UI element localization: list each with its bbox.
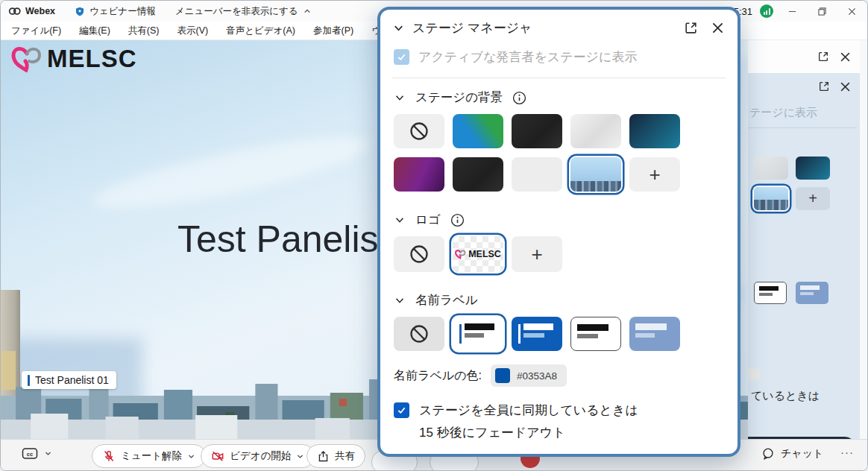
name-label-accent-bar bbox=[28, 375, 30, 386]
logo-thumb-melsc-selected[interactable]: MELSC bbox=[453, 236, 503, 272]
hide-menubar-button[interactable]: メニューバーを非表示にする bbox=[175, 5, 312, 18]
melsc-heart-icon bbox=[455, 249, 466, 259]
logo-thumb-none[interactable] bbox=[394, 236, 444, 272]
name-label-style-1-selected[interactable] bbox=[453, 317, 503, 351]
popout-icon[interactable] bbox=[684, 21, 698, 35]
name-label-style-4[interactable] bbox=[629, 317, 680, 351]
webinar-info-button[interactable]: ウェビナー情報 bbox=[75, 5, 156, 18]
bg-thumb-city-selected[interactable] bbox=[754, 187, 788, 210]
sync-fadeout-checkbox[interactable] bbox=[394, 402, 409, 418]
restore-button[interactable] bbox=[811, 2, 833, 20]
bg-thumb-blue-green[interactable] bbox=[453, 114, 503, 148]
bg-thumb-light[interactable] bbox=[512, 157, 562, 192]
captions-button[interactable]: cc bbox=[22, 447, 52, 460]
camera-off-icon bbox=[211, 449, 224, 463]
share-button[interactable]: 共有 bbox=[306, 444, 365, 468]
menu-audio-video[interactable]: 音声とビデオ(A) bbox=[226, 25, 295, 37]
background-thumbs-row2: + bbox=[380, 157, 738, 200]
bg-thumb-light-wave[interactable] bbox=[570, 114, 621, 148]
sync-line2: 15 秒後にフェードアウト bbox=[419, 426, 565, 440]
bg-thumb-city-selected[interactable] bbox=[570, 157, 621, 192]
bg-thumb-light[interactable] bbox=[754, 157, 788, 180]
menu-view[interactable]: 表示(V) bbox=[177, 25, 208, 37]
chevron-up-icon bbox=[303, 7, 312, 16]
add-logo-button[interactable]: + bbox=[512, 236, 562, 272]
docked-sync-partial: ているときは bbox=[751, 389, 820, 403]
unmute-button[interactable]: ミュート解除 bbox=[92, 444, 206, 468]
name-label-thumbs-row bbox=[380, 317, 738, 360]
bg-thumb-purple[interactable] bbox=[394, 157, 444, 192]
more-options-button[interactable]: ··· bbox=[840, 446, 854, 458]
menu-file[interactable]: ファイル(F) bbox=[11, 25, 61, 37]
stage-brand-logo: MELSC bbox=[11, 44, 137, 74]
popout-icon[interactable] bbox=[818, 80, 830, 92]
bg-thumb-black[interactable] bbox=[453, 157, 503, 192]
mic-off-icon bbox=[102, 449, 116, 463]
name-label-section-title: 名前ラベル bbox=[415, 292, 478, 309]
chat-button[interactable]: チャット bbox=[761, 447, 823, 461]
stage-manager-docked-panel: テージに表示 + ているときは ステージを全員に同期 bbox=[748, 73, 860, 439]
menu-edit[interactable]: 編集(E) bbox=[79, 25, 110, 37]
chevron-down-icon[interactable] bbox=[394, 294, 406, 306]
dialog-close-icon[interactable] bbox=[711, 22, 724, 34]
shield-icon bbox=[75, 6, 85, 17]
chat-bubble-icon bbox=[761, 447, 775, 461]
start-video-button[interactable]: ビデオの開始 bbox=[201, 444, 315, 468]
chevron-down-icon[interactable] bbox=[187, 452, 195, 461]
speaker-name-label: Test Panelist 01 bbox=[22, 371, 116, 389]
name-label-text: Test Panelist 01 bbox=[35, 374, 109, 386]
chevron-down-icon bbox=[44, 449, 52, 458]
melsc-heart-icon bbox=[11, 44, 43, 74]
popout-icon[interactable] bbox=[817, 51, 829, 63]
docked-active-speaker-partial: テージに表示 bbox=[748, 100, 860, 127]
side-panel-header bbox=[748, 40, 860, 73]
color-chip-fragment bbox=[748, 368, 760, 381]
webinar-info-label: ウェビナー情報 bbox=[89, 5, 156, 18]
name-label-style-3[interactable] bbox=[570, 317, 621, 351]
close-icon[interactable] bbox=[840, 81, 851, 92]
connection-quality-icon[interactable] bbox=[760, 4, 773, 18]
minimize-button[interactable] bbox=[781, 2, 803, 20]
name-label-none[interactable] bbox=[394, 317, 444, 351]
bg-thumb-none[interactable] bbox=[394, 114, 444, 148]
chevron-down-icon[interactable] bbox=[296, 452, 304, 461]
name-label-section-header: 名前ラベル bbox=[380, 281, 738, 317]
chevron-down-icon[interactable] bbox=[394, 214, 406, 226]
add-background-button[interactable]: + bbox=[629, 157, 680, 192]
sync-stage-button[interactable]: ステージを全員に同期 bbox=[748, 437, 855, 439]
add-background-button[interactable]: + bbox=[796, 187, 830, 210]
menu-participants[interactable]: 参加者(P) bbox=[313, 25, 353, 37]
active-speaker-checkbox-row: アクティブな発言者をステージに表示 bbox=[380, 41, 738, 76]
window-right-margin bbox=[860, 40, 868, 439]
sync-line1: ステージを全員に同期しているときは bbox=[419, 403, 638, 417]
name-label-color-label: 名前ラベルの色: bbox=[394, 368, 482, 384]
name-label-style-3[interactable] bbox=[754, 282, 787, 304]
info-icon[interactable] bbox=[512, 91, 526, 105]
menu-share[interactable]: 共有(S) bbox=[128, 25, 160, 37]
chevron-down-icon[interactable] bbox=[394, 92, 406, 104]
name-label-style-4[interactable] bbox=[796, 282, 828, 304]
chevron-down-icon[interactable] bbox=[392, 22, 405, 34]
name-label-style-2[interactable] bbox=[512, 317, 562, 351]
webex-logo-icon bbox=[8, 6, 21, 16]
bg-thumb-deepblue[interactable] bbox=[796, 157, 830, 180]
name-label-color-chip[interactable]: #0353A8 bbox=[491, 364, 567, 387]
active-speaker-checkbox[interactable] bbox=[394, 49, 409, 65]
share-label: 共有 bbox=[335, 449, 355, 463]
sync-fadeout-label: ステージを全員に同期しているときは 15 秒後にフェードアウト bbox=[419, 399, 638, 444]
logo-section-header: ロゴ bbox=[380, 200, 738, 236]
share-icon bbox=[317, 450, 330, 463]
speaker-name-text: Test Panelist bbox=[177, 218, 389, 261]
closed-captions-icon: cc bbox=[22, 447, 38, 460]
name-label-color-row: 名前ラベルの色: #0353A8 bbox=[380, 360, 738, 390]
bg-thumb-dark[interactable] bbox=[512, 114, 562, 148]
info-icon[interactable] bbox=[450, 213, 465, 227]
start-video-label: ビデオの開始 bbox=[230, 449, 291, 463]
docked-background-thumbs: + bbox=[748, 128, 837, 210]
logo-thumbs-row: MELSC + bbox=[380, 236, 738, 281]
docked-panel-header bbox=[748, 73, 860, 100]
chat-label: チャット bbox=[781, 447, 823, 461]
bg-thumb-deepblue[interactable] bbox=[629, 114, 680, 148]
window-close-button[interactable] bbox=[840, 2, 863, 20]
close-icon[interactable] bbox=[840, 51, 851, 63]
